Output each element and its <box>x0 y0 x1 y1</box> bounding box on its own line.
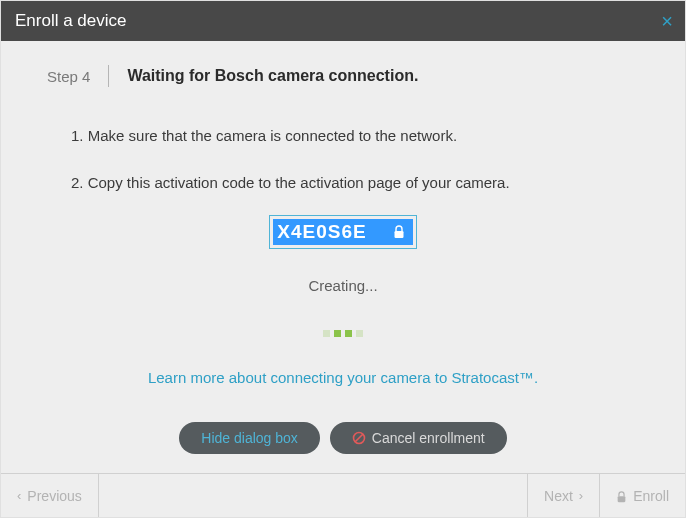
spinner-dot <box>323 330 330 337</box>
activation-code-box[interactable]: X4E0S6E <box>269 215 416 249</box>
svg-rect-0 <box>394 231 403 238</box>
action-button-row: Hide dialog box Cancel enrollment <box>41 422 645 454</box>
enroll-label: Enroll <box>633 488 669 504</box>
cancel-enrollment-label: Cancel enrollment <box>372 430 485 446</box>
chevron-left-icon: ‹ <box>17 488 21 503</box>
previous-button[interactable]: ‹ Previous <box>1 474 99 517</box>
step-divider <box>108 65 109 87</box>
activation-code-container: X4E0S6E <box>41 215 645 249</box>
previous-label: Previous <box>27 488 81 504</box>
spinner-dot <box>334 330 341 337</box>
titlebar: Enroll a device × <box>1 1 685 41</box>
cancel-icon <box>352 431 366 445</box>
hide-dialog-button[interactable]: Hide dialog box <box>179 422 320 454</box>
footer-spacer <box>99 474 528 517</box>
spinner-dot <box>345 330 352 337</box>
activation-code-text: X4E0S6E <box>277 221 366 242</box>
instruction-item: Make sure that the camera is connected t… <box>71 127 645 144</box>
activation-code-value: X4E0S6E <box>273 219 412 245</box>
dialog-footer: ‹ Previous Next › Enroll <box>1 473 685 517</box>
next-label: Next <box>544 488 573 504</box>
step-header: Step 4 Waiting for Bosch camera connecti… <box>47 65 645 87</box>
learn-more-link[interactable]: Learn more about connecting your camera … <box>41 369 645 386</box>
spinner-dot <box>356 330 363 337</box>
enroll-device-dialog: Enroll a device × Step 4 Waiting for Bos… <box>0 0 686 518</box>
svg-line-2 <box>355 434 363 442</box>
close-icon[interactable]: × <box>661 10 673 33</box>
lock-icon <box>616 490 627 502</box>
chevron-right-icon: › <box>579 488 583 503</box>
cancel-enrollment-button[interactable]: Cancel enrollment <box>330 422 507 454</box>
enroll-button[interactable]: Enroll <box>600 474 685 517</box>
dialog-body: Step 4 Waiting for Bosch camera connecti… <box>1 41 685 473</box>
instruction-item: Copy this activation code to the activat… <box>71 174 645 191</box>
lock-icon <box>393 225 405 239</box>
next-button[interactable]: Next › <box>528 474 600 517</box>
loading-spinner <box>41 330 645 337</box>
step-title: Waiting for Bosch camera connection. <box>127 67 418 85</box>
dialog-title: Enroll a device <box>15 11 127 31</box>
svg-rect-3 <box>618 496 626 502</box>
step-number-label: Step 4 <box>47 68 90 85</box>
instruction-list: Make sure that the camera is connected t… <box>71 127 645 191</box>
status-text: Creating... <box>41 277 645 294</box>
